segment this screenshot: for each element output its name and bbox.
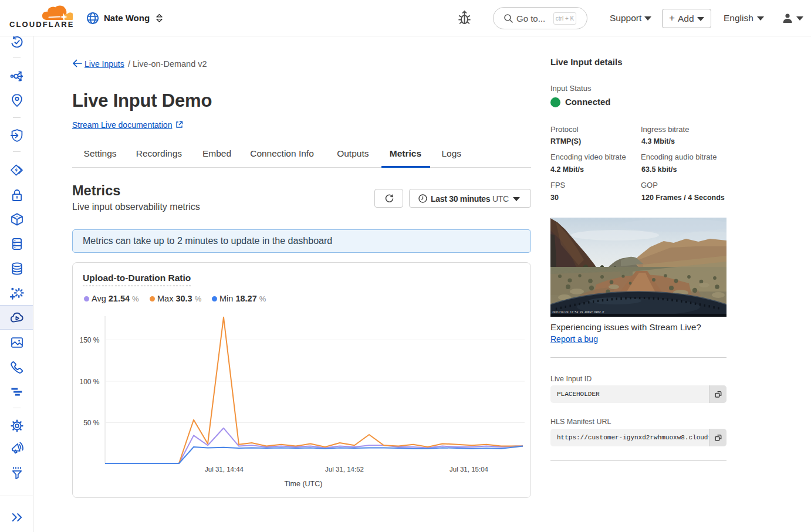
svg-text:CLOUDFLARE: CLOUDFLARE: [9, 20, 73, 29]
svg-text:2021/10/20 17:54:29 AUKEY DROZ: 2021/10/20 17:54:29 AUKEY DROZ.P: [552, 311, 604, 314]
svg-text:Jul 31, 14:52: Jul 31, 14:52: [325, 466, 364, 473]
svg-text:150 %: 150 %: [79, 336, 99, 344]
svg-text:Jul 31, 14:44: Jul 31, 14:44: [205, 466, 244, 473]
svg-text:Time (UTC): Time (UTC): [285, 480, 323, 488]
svg-text:Jul 31, 15:04: Jul 31, 15:04: [450, 466, 488, 473]
svg-text:50 %: 50 %: [83, 419, 100, 427]
svg-text:100 %: 100 %: [79, 378, 99, 386]
